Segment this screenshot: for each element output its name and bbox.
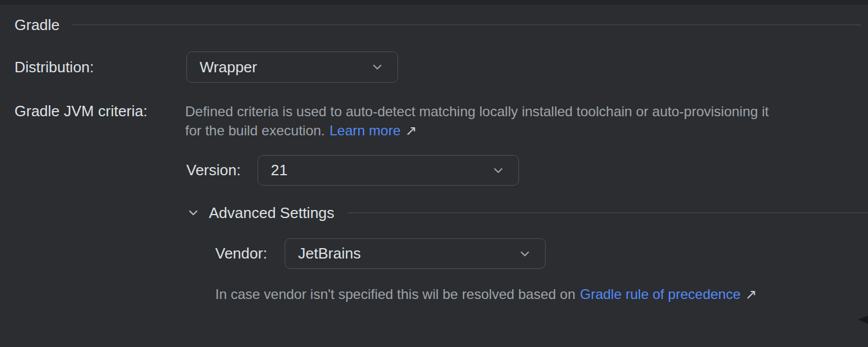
gradle-rule-of-precedence-link[interactable]: Gradle rule of precedence xyxy=(580,286,741,302)
vendor-note-text: In case vendor isn't specified this wil … xyxy=(215,286,575,302)
jvm-criteria-description: Defined criteria is used to auto-detect … xyxy=(185,102,769,140)
jvm-criteria-label: Gradle JVM criteria: xyxy=(14,102,148,121)
section-divider xyxy=(71,24,861,25)
chevron-down-icon xyxy=(492,164,505,177)
gradle-section-header: Gradle xyxy=(14,16,861,34)
jvm-criteria-description-line2: for the build execution. Learn more ↗ xyxy=(185,121,769,140)
version-label: Version: xyxy=(186,155,241,186)
cursor-artifact xyxy=(858,316,868,324)
jvm-criteria-description-line1: Defined criteria is used to auto-detect … xyxy=(185,102,769,121)
jvm-criteria-description-line2-text: for the build execution. xyxy=(185,121,325,140)
section-title: Gradle xyxy=(14,16,60,34)
advanced-settings-divider xyxy=(347,212,868,213)
external-link-arrow-icon: ↗ xyxy=(745,286,757,302)
chevron-down-icon xyxy=(371,61,384,73)
version-dropdown[interactable]: 21 xyxy=(258,155,519,186)
chevron-down-icon xyxy=(518,248,531,260)
chevron-down-icon xyxy=(187,206,200,219)
external-link-arrow-icon: ↗ xyxy=(405,121,417,140)
advanced-settings-toggle[interactable]: Advanced Settings xyxy=(187,204,868,222)
vendor-note: In case vendor isn't specified this wil … xyxy=(215,286,757,302)
distribution-dropdown-value: Wrapper xyxy=(200,58,371,76)
gradle-settings-panel: Gradle Distribution: Wrapper Gradle JVM … xyxy=(0,0,868,347)
distribution-label: Distribution: xyxy=(14,51,94,83)
version-dropdown-value: 21 xyxy=(271,161,492,179)
distribution-dropdown[interactable]: Wrapper xyxy=(186,51,398,83)
learn-more-link[interactable]: Learn more xyxy=(330,121,401,140)
advanced-settings-title: Advanced Settings xyxy=(209,204,334,222)
top-edge-divider xyxy=(0,0,868,5)
vendor-label: Vendor: xyxy=(215,238,267,269)
vendor-dropdown[interactable]: JetBrains xyxy=(285,238,546,269)
vendor-dropdown-value: JetBrains xyxy=(298,245,518,263)
